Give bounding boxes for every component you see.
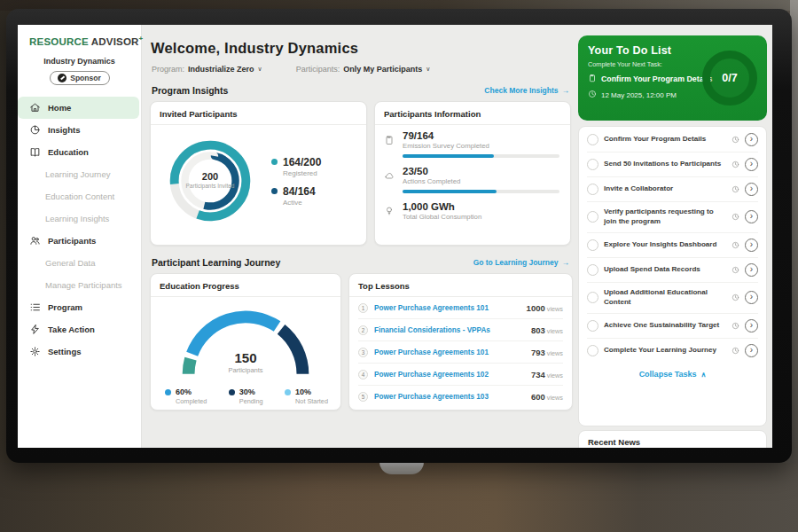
participants-information-body: 79/164 Emission Survey Completed 23/50 A… <box>375 125 570 221</box>
task-checkbox[interactable] <box>587 345 598 356</box>
check-more-insights-link[interactable]: Check More Insights→ <box>484 86 569 95</box>
invited-legend: 164/200 Registered 84/164 Active <box>271 148 321 215</box>
sidebar-item-manage-participants[interactable]: Manage Participants <box>18 274 141 296</box>
sidebar: RESOURCE ADVISOR+ Industry Dynamics Spon… <box>18 25 142 448</box>
sidebar-item-label: Participants <box>48 236 96 246</box>
progress-fill <box>403 190 497 193</box>
sidebar-item-program[interactable]: Program <box>18 296 141 318</box>
lesson-row: 4 Power Purchase Agreements 102 734views <box>358 364 563 386</box>
lesson-rank: 2 <box>358 325 368 335</box>
task-open-button[interactable]: › <box>745 263 758 277</box>
task-open-button[interactable]: › <box>745 183 758 196</box>
card-title: Invited Participants <box>151 102 366 125</box>
task-label: Upload Spend Data Records <box>604 265 726 275</box>
task-open-button[interactable]: › <box>745 158 758 171</box>
stat-global-consumption: 1,000 GWh Total Global Consumption <box>384 201 559 221</box>
chevron-down-icon: ∨ <box>258 66 262 73</box>
progress-track <box>403 154 559 158</box>
progress-fill <box>403 154 494 158</box>
invited-participants-card: Invited Participants 200 Participants In… <box>150 101 367 246</box>
sponsor-badge: Sponsor <box>50 71 110 85</box>
logo-resource: RESOURCE <box>29 36 89 47</box>
sidebar-item-label: Home <box>48 103 71 113</box>
clock-icon <box>588 90 597 100</box>
task-row-verify-participants: Verify participants requesting to join t… <box>587 202 758 233</box>
collapse-tasks-link[interactable]: Collapse Tasks∧ <box>587 363 758 379</box>
actions-completed-icon <box>384 166 395 193</box>
task-row-complete-learning-journey: Complete Your Learning Journey › <box>587 339 758 363</box>
legend-completed: 60%Completed <box>165 387 207 405</box>
legend-dot <box>271 188 278 194</box>
clock-icon <box>732 322 739 330</box>
clock-icon <box>732 185 739 193</box>
participants-filter-dropdown[interactable]: Participants: Only My Participants ∨ <box>296 65 431 74</box>
clock-icon <box>732 213 739 221</box>
education-progress-gauge: 150 Participants <box>161 301 330 382</box>
task-checkbox[interactable] <box>587 264 598 276</box>
education-icon <box>29 146 41 158</box>
arrow-right-icon: → <box>562 86 570 95</box>
legend-registered: 164/200 Registered <box>271 156 321 177</box>
task-checkbox[interactable] <box>587 159 598 170</box>
lesson-views: 600views <box>531 392 563 402</box>
sidebar-item-learning-insights[interactable]: Learning Insights <box>18 207 141 230</box>
recent-news-title: Recent News <box>588 437 757 447</box>
chevron-down-icon: ∨ <box>426 66 430 73</box>
lesson-link[interactable]: Financial Considerations - VPPAs <box>374 326 525 334</box>
sidebar-item-label: General Data <box>45 258 96 268</box>
task-row-send-invitations: Send 50 Invitations to Participants › <box>587 153 758 177</box>
task-open-button[interactable]: › <box>745 239 758 252</box>
clock-icon <box>732 266 739 274</box>
sidebar-item-education-content[interactable]: Education Content <box>18 185 141 207</box>
lesson-link[interactable]: Power Purchase Agreements 102 <box>374 371 525 379</box>
legend-dot <box>285 389 291 395</box>
task-checkbox[interactable] <box>587 184 598 195</box>
program-icon <box>29 301 41 313</box>
learning-journey-header: Participant Learning Journey Go to Learn… <box>152 257 569 268</box>
lesson-link[interactable]: Power Purchase Agreements 101 <box>374 304 520 312</box>
task-open-button[interactable]: › <box>745 291 758 304</box>
task-open-button[interactable]: › <box>745 319 758 332</box>
task-row-upload-spend-data: Upload Spend Data Records › <box>587 258 758 283</box>
sponsor-badge-label: Sponsor <box>70 74 100 82</box>
sidebar-item-general-data[interactable]: General Data <box>18 252 141 274</box>
task-open-button[interactable]: › <box>745 344 758 357</box>
sidebar-item-settings[interactable]: Settings <box>18 340 141 363</box>
todo-counter: 0/7 <box>722 72 737 84</box>
program-filter-dropdown[interactable]: Program: Industrialize Zero ∨ <box>152 65 262 74</box>
task-checkbox[interactable] <box>587 134 598 145</box>
clock-icon <box>732 241 739 249</box>
sidebar-item-insights[interactable]: Insights <box>18 119 141 141</box>
legend-not-started: 10%Not Started <box>285 387 328 405</box>
task-open-button[interactable]: › <box>745 133 758 146</box>
sidebar-nav: Home Insights Education Learning Journey… <box>18 97 141 363</box>
sidebar-item-label: Settings <box>48 347 81 356</box>
sidebar-item-participants[interactable]: Participants <box>18 230 141 252</box>
card-title: Education Progress <box>151 274 340 297</box>
main-content: Welcome, Industry Dynamics Program: Indu… <box>143 25 576 448</box>
task-label: Upload Additional Educational Content <box>604 288 726 308</box>
app-logo: RESOURCE ADVISOR+ <box>18 25 141 47</box>
program-filter-value: Industrialize Zero <box>188 65 254 74</box>
task-checkbox[interactable] <box>587 292 598 303</box>
lesson-link[interactable]: Power Purchase Agreements 101 <box>374 348 525 356</box>
task-checkbox[interactable] <box>587 211 598 223</box>
sidebar-item-learning-journey[interactable]: Learning Journey <box>18 163 141 185</box>
task-checkbox[interactable] <box>587 239 598 251</box>
sidebar-item-home[interactable]: Home <box>18 97 139 119</box>
clock-icon <box>732 136 739 144</box>
task-checkbox[interactable] <box>587 320 598 332</box>
task-row-upload-educational-content: Upload Additional Educational Content › <box>587 283 758 314</box>
sidebar-item-education[interactable]: Education <box>18 141 141 163</box>
go-to-learning-journey-link[interactable]: Go to Learning Journey→ <box>473 258 569 267</box>
lesson-row: 5 Power Purchase Agreements 103 600views <box>358 386 563 408</box>
arrow-right-icon: → <box>562 258 570 267</box>
task-open-button[interactable]: › <box>745 210 758 223</box>
clipboard-icon <box>588 74 597 84</box>
chevron-up-icon: ∧ <box>701 371 707 379</box>
lesson-link[interactable]: Power Purchase Agreements 103 <box>374 393 525 401</box>
sidebar-item-take-action[interactable]: Take Action <box>18 318 141 340</box>
learning-cards-row: Education Progress 150 Participants 60%C… <box>150 273 576 411</box>
participants-filter-value: Only My Participants <box>343 65 422 74</box>
lesson-views: 1000views <box>527 303 563 313</box>
